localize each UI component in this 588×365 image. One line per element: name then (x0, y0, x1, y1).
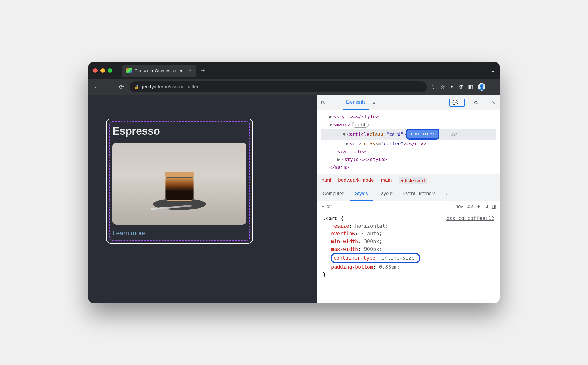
close-devtools-icon[interactable]: ✕ (492, 99, 496, 106)
learn-more-link[interactable]: Learn more (112, 229, 146, 237)
selected-node[interactable]: ⋯▼<article class="card"> container == $0 (321, 129, 496, 140)
new-rule-button[interactable]: + (477, 204, 480, 209)
source-link[interactable]: css-cq-coffee:12 (446, 214, 494, 222)
issues-badge[interactable]: 💬 1 (449, 99, 465, 107)
browser-toolbar: ← → ⟳ 🔒 jec.fyi/demo/css-cq-coffee ⇧ ☆ ✦… (88, 79, 500, 95)
content-area: Espresso Learn more ⇱ ▭ Elements » 💬 1 ⚙ (88, 95, 500, 303)
breadcrumb-item-active[interactable]: article.card (399, 177, 427, 184)
devtools-panel: ⇱ ▭ Elements » 💬 1 ⚙ ⋮ ✕ ▶<style>…</styl… (317, 95, 500, 303)
breadcrumb-item[interactable]: body.dark-mode (338, 177, 374, 184)
maximize-window-icon[interactable] (108, 68, 112, 73)
device-icon[interactable]: 🖫 (483, 204, 488, 209)
more-styles-tabs-icon[interactable]: » (441, 187, 454, 201)
devtools-body: ▶<style>…</style> ▼<main>grid ⋯▼<article… (317, 110, 500, 303)
traffic-lights (93, 68, 112, 73)
new-tab-button[interactable]: + (201, 67, 205, 74)
back-button[interactable]: ← (93, 84, 101, 90)
forward-button[interactable]: → (105, 84, 113, 90)
settings-gear-icon[interactable]: ⚙ (473, 99, 478, 106)
close-window-icon[interactable] (93, 68, 98, 73)
layout-tab[interactable]: Layout (373, 187, 398, 201)
labs-icon[interactable]: ⚗ (459, 84, 463, 90)
inspect-icon[interactable]: ⇱ (321, 99, 325, 106)
profile-avatar[interactable]: 👤 (478, 83, 485, 91)
sidepanel-icon[interactable]: ◧ (468, 84, 473, 90)
browser-window: Container Queries coffee × + ⌄ ← → ⟳ 🔒 j… (88, 62, 500, 303)
highlighted-property: container-type: inline-size; (331, 253, 420, 263)
browser-tab[interactable]: Container Queries coffee × (122, 65, 196, 77)
titlebar: Container Queries coffee × + ⌄ (88, 62, 500, 79)
device-toggle-icon[interactable]: ▭ (330, 99, 335, 106)
more-tabs-icon[interactable]: » (373, 99, 376, 106)
devtools-kebab-icon[interactable]: ⋮ (482, 99, 488, 106)
hover-toggle[interactable]: :hov (454, 204, 463, 209)
url-text: jec.fyi/demo/css-cq-coffee (142, 84, 200, 90)
address-bar[interactable]: 🔒 jec.fyi/demo/css-cq-coffee (130, 81, 427, 92)
grid-badge[interactable]: grid (352, 122, 369, 128)
viewport: Espresso Learn more (88, 95, 317, 303)
styles-filter-input[interactable] (317, 201, 451, 212)
lock-icon: 🔒 (134, 85, 139, 89)
breadcrumb-item[interactable]: main (381, 177, 392, 184)
sidebar-toggle-icon[interactable]: ◨ (492, 204, 496, 209)
extensions-icon[interactable]: ✦ (450, 84, 454, 90)
devtools-header: ⇱ ▭ Elements » 💬 1 ⚙ ⋮ ✕ (317, 95, 500, 110)
breadcrumb[interactable]: html body.dark-mode main article.card (317, 174, 500, 187)
styles-tabs: Computed Styles Layout Event Listeners » (317, 187, 500, 201)
computed-tab[interactable]: Computed (317, 187, 350, 201)
toolbar-icons: ⇧ ☆ ✦ ⚗ ◧ 👤 ⋮ (431, 83, 495, 91)
close-tab-icon[interactable]: × (189, 67, 192, 74)
kebab-menu-icon[interactable]: ⋮ (490, 84, 495, 90)
share-icon[interactable]: ⇧ (431, 84, 436, 90)
css-rule[interactable]: .card {css-cq-coffee:12 resize: horizont… (317, 212, 500, 281)
tab-title: Container Queries coffee (135, 68, 184, 73)
styles-tab[interactable]: Styles (350, 187, 373, 201)
minimize-window-icon[interactable] (100, 68, 105, 73)
bookmark-icon[interactable]: ☆ (440, 84, 445, 90)
breadcrumb-item[interactable]: html (322, 177, 331, 184)
event-listeners-tab[interactable]: Event Listeners (398, 187, 441, 201)
reload-button[interactable]: ⟳ (117, 83, 125, 90)
dom-tree[interactable]: ▶<style>…</style> ▼<main>grid ⋯▼<article… (317, 110, 500, 174)
container-badge[interactable]: container (406, 129, 439, 140)
cls-toggle[interactable]: .cls (467, 204, 474, 209)
elements-tab[interactable]: Elements (343, 95, 369, 110)
coffee-image (112, 143, 246, 225)
favicon-icon (126, 68, 132, 73)
espresso-card: Espresso Learn more (106, 119, 253, 244)
styles-filter-row: :hov .cls + 🖫 ◨ (317, 201, 500, 212)
card-title: Espresso (112, 125, 246, 137)
tabs-dropdown-icon[interactable]: ⌄ (491, 68, 495, 73)
